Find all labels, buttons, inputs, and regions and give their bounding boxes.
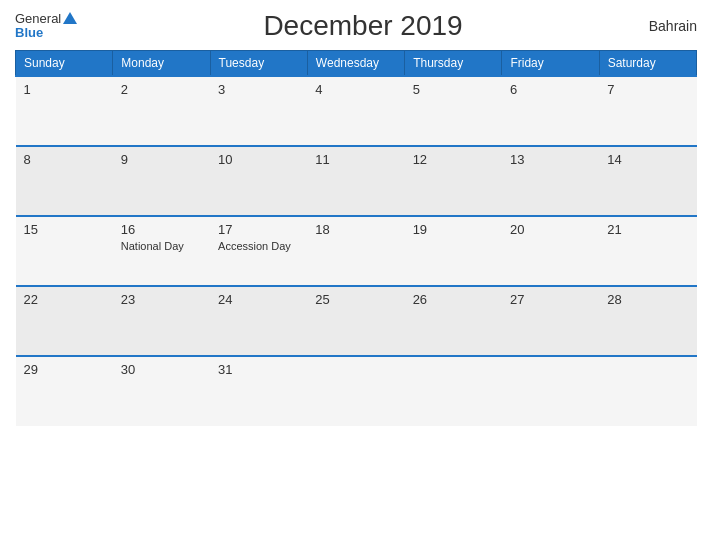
- day-number: 16: [121, 222, 202, 237]
- day-number: 4: [315, 82, 396, 97]
- calendar-day-cell: [599, 356, 696, 426]
- weekday-cell: Wednesday: [307, 51, 404, 77]
- day-number: 1: [24, 82, 105, 97]
- calendar-day-cell: 10: [210, 146, 307, 216]
- logo-general-text: General: [15, 12, 61, 26]
- calendar-day-cell: 6: [502, 76, 599, 146]
- day-number: 31: [218, 362, 299, 377]
- calendar-header: SundayMondayTuesdayWednesdayThursdayFrid…: [16, 51, 697, 77]
- calendar-day-cell: [307, 356, 404, 426]
- day-number: 19: [413, 222, 494, 237]
- weekday-cell: Sunday: [16, 51, 113, 77]
- day-number: 20: [510, 222, 591, 237]
- day-number: 6: [510, 82, 591, 97]
- calendar-day-cell: 20: [502, 216, 599, 286]
- calendar-day-cell: 27: [502, 286, 599, 356]
- day-number: 30: [121, 362, 202, 377]
- day-number: 10: [218, 152, 299, 167]
- day-number: 17: [218, 222, 299, 237]
- calendar-day-cell: 15: [16, 216, 113, 286]
- calendar-day-cell: 29: [16, 356, 113, 426]
- page-header: General Blue December 2019 Bahrain: [15, 10, 697, 42]
- calendar-day-cell: 7: [599, 76, 696, 146]
- calendar-title: December 2019: [77, 10, 648, 42]
- day-number: 23: [121, 292, 202, 307]
- calendar-week-row: 1516National Day17Accession Day18192021: [16, 216, 697, 286]
- day-number: 15: [24, 222, 105, 237]
- calendar-day-cell: 21: [599, 216, 696, 286]
- calendar-week-row: 891011121314: [16, 146, 697, 216]
- day-number: 18: [315, 222, 396, 237]
- weekday-cell: Tuesday: [210, 51, 307, 77]
- day-number: 28: [607, 292, 688, 307]
- calendar-day-cell: 8: [16, 146, 113, 216]
- calendar-table: SundayMondayTuesdayWednesdayThursdayFrid…: [15, 50, 697, 426]
- calendar-day-cell: 18: [307, 216, 404, 286]
- day-number: 21: [607, 222, 688, 237]
- day-event: Accession Day: [218, 240, 299, 252]
- day-number: 26: [413, 292, 494, 307]
- day-number: 22: [24, 292, 105, 307]
- calendar-body: 12345678910111213141516National Day17Acc…: [16, 76, 697, 426]
- day-event: National Day: [121, 240, 202, 252]
- day-number: 13: [510, 152, 591, 167]
- weekday-row: SundayMondayTuesdayWednesdayThursdayFrid…: [16, 51, 697, 77]
- logo-blue-text: Blue: [15, 26, 77, 40]
- day-number: 29: [24, 362, 105, 377]
- day-number: 27: [510, 292, 591, 307]
- day-number: 3: [218, 82, 299, 97]
- calendar-day-cell: 16National Day: [113, 216, 210, 286]
- calendar-week-row: 22232425262728: [16, 286, 697, 356]
- day-number: 7: [607, 82, 688, 97]
- day-number: 14: [607, 152, 688, 167]
- logo: General Blue: [15, 12, 77, 41]
- calendar-day-cell: 2: [113, 76, 210, 146]
- day-number: 5: [413, 82, 494, 97]
- calendar-day-cell: [502, 356, 599, 426]
- calendar-day-cell: 31: [210, 356, 307, 426]
- calendar-day-cell: 28: [599, 286, 696, 356]
- calendar-day-cell: 30: [113, 356, 210, 426]
- calendar-day-cell: 19: [405, 216, 502, 286]
- calendar-day-cell: 13: [502, 146, 599, 216]
- calendar-day-cell: [405, 356, 502, 426]
- calendar-week-row: 1234567: [16, 76, 697, 146]
- day-number: 9: [121, 152, 202, 167]
- calendar-day-cell: 3: [210, 76, 307, 146]
- calendar-day-cell: 24: [210, 286, 307, 356]
- day-number: 2: [121, 82, 202, 97]
- calendar-day-cell: 5: [405, 76, 502, 146]
- calendar-title-area: December 2019: [77, 10, 648, 42]
- calendar-day-cell: 22: [16, 286, 113, 356]
- weekday-cell: Friday: [502, 51, 599, 77]
- calendar-day-cell: 26: [405, 286, 502, 356]
- weekday-cell: Thursday: [405, 51, 502, 77]
- calendar-day-cell: 11: [307, 146, 404, 216]
- calendar-day-cell: 9: [113, 146, 210, 216]
- day-number: 11: [315, 152, 396, 167]
- calendar-day-cell: 25: [307, 286, 404, 356]
- day-number: 24: [218, 292, 299, 307]
- calendar-day-cell: 1: [16, 76, 113, 146]
- weekday-cell: Saturday: [599, 51, 696, 77]
- logo-triangle-icon: [63, 12, 77, 24]
- day-number: 12: [413, 152, 494, 167]
- weekday-cell: Monday: [113, 51, 210, 77]
- calendar-day-cell: 12: [405, 146, 502, 216]
- calendar-day-cell: 14: [599, 146, 696, 216]
- day-number: 25: [315, 292, 396, 307]
- calendar-day-cell: 4: [307, 76, 404, 146]
- calendar-day-cell: 23: [113, 286, 210, 356]
- calendar-day-cell: 17Accession Day: [210, 216, 307, 286]
- day-number: 8: [24, 152, 105, 167]
- country-label: Bahrain: [649, 18, 697, 34]
- calendar-week-row: 293031: [16, 356, 697, 426]
